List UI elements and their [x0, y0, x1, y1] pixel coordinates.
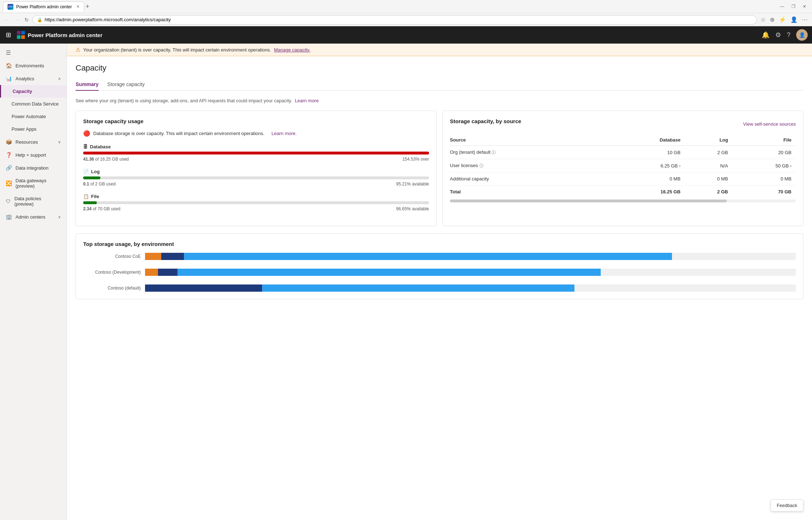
warning-banner: ⚠ Your organization (tenant) is over cap…	[67, 44, 812, 56]
feedback-button[interactable]: Feedback	[771, 499, 803, 511]
sidebar-item-help-support[interactable]: ❓ Help + support	[0, 148, 67, 161]
col-file: File	[732, 134, 796, 146]
user-licenses-log: N/A	[685, 159, 732, 172]
sidebar-item-label: Capacity	[13, 89, 61, 94]
app-body: ☰ 🏠 Environments 📊 Analytics ∧ Capacity …	[0, 44, 812, 520]
browser-toolbar: ← → ↻ 🔒 https://admin.powerplatform.micr…	[0, 13, 812, 26]
chart-bar-bg	[145, 253, 796, 260]
org-tenant-info-icon[interactable]: ⓘ	[492, 150, 496, 154]
window-close-btn[interactable]: ✕	[800, 4, 809, 9]
user-licenses-label: User licenses	[450, 163, 478, 168]
sidebar-item-admin-centers[interactable]: 🏢 Admin centers ∨	[0, 210, 67, 223]
help-icon[interactable]: ?	[787, 31, 790, 39]
favorites-icon[interactable]: ☆	[759, 15, 767, 24]
browser-tab-title: Power Platform admin center	[16, 4, 72, 9]
environments-icon: 🏠	[6, 63, 12, 68]
database-status: 154.53% over	[402, 157, 429, 162]
window-minimize-btn[interactable]: —	[777, 4, 787, 9]
database-stats: 41.36 of 16.25 GB used 154.53% over	[83, 157, 429, 162]
user-licenses-file: 50 GB ›	[732, 159, 796, 172]
user-avatar[interactable]: 👤	[796, 29, 808, 41]
sidebar: ☰ 🏠 Environments 📊 Analytics ∧ Capacity …	[0, 44, 67, 520]
log-used-text: 0.1 of 2 GB used	[83, 181, 116, 187]
browser-new-tab[interactable]: +	[86, 3, 90, 10]
more-icon[interactable]: ⋯	[800, 15, 809, 24]
horizontal-scrollbar[interactable]	[450, 200, 796, 202]
col-database: Database	[606, 134, 685, 146]
sidebar-item-label: Common Data Service	[12, 101, 61, 107]
scrollbar-thumb[interactable]	[450, 200, 727, 202]
view-self-service-link[interactable]: View self-service sources	[743, 121, 796, 127]
tab-storage-capacity[interactable]: Storage capacity	[107, 79, 145, 91]
sidebar-item-capacity[interactable]: Capacity	[0, 85, 67, 98]
chart-row-contoso-default: Contoso (default)	[83, 284, 796, 292]
source-org-tenant: Org (tenant) default ⓘ	[450, 146, 606, 159]
log-bar-container	[83, 176, 429, 179]
browser-titlebar: PP Power Platform admin center ✕ + — ❐ ✕	[0, 0, 812, 13]
refresh-button[interactable]: ↻	[23, 16, 30, 23]
collections-icon[interactable]: ⊕	[768, 15, 776, 24]
org-tenant-log: 2 GB	[685, 146, 732, 159]
sidebar-item-resources[interactable]: 📦 Resources ∨	[0, 135, 67, 148]
extensions-icon[interactable]: ⚡	[777, 15, 788, 24]
app-header: ⊞ Power Platform admin center 🔔 ⚙ ? 👤	[0, 26, 812, 44]
chart-segment-orange	[145, 269, 158, 276]
sidebar-item-environments[interactable]: 🏠 Environments	[0, 59, 67, 72]
waffle-icon[interactable]: ⊞	[4, 30, 13, 40]
cards-row: Storage capacity usage 🔴 Database storag…	[76, 111, 803, 226]
org-tenant-label: Org (tenant) default	[450, 149, 491, 155]
tab-summary[interactable]: Summary	[76, 79, 99, 91]
sidebar-item-data-integration[interactable]: 🔗 Data integration	[0, 161, 67, 174]
sidebar-item-data-gateways[interactable]: 🔀 Data gateways (preview)	[0, 174, 67, 192]
user-licenses-info-icon[interactable]: ⓘ	[479, 163, 483, 168]
manage-capacity-link[interactable]: Manage capacity.	[274, 47, 310, 53]
chart-segment-light-blue	[184, 253, 672, 260]
database-label: Database	[90, 144, 111, 149]
log-stats: 0.1 of 2 GB used 95.21% available	[83, 181, 429, 187]
chart-bar-area	[145, 269, 796, 276]
user-licenses-database: 6.25 GB ›	[606, 159, 685, 172]
chart-row-contoso-development: Contoso (Development)	[83, 269, 796, 276]
log-label: Log	[91, 169, 100, 174]
file-status: 96.65% available	[396, 206, 429, 211]
chart-row-contoso-coe: Contoso CoE	[83, 253, 796, 260]
error-icon: 🔴	[83, 130, 90, 137]
sidebar-item-label: Analytics	[15, 76, 54, 81]
chart-grid: Contoso CoE Contoso (Deve	[83, 253, 796, 292]
admin-centers-chevron-icon: ∨	[58, 215, 61, 219]
browser-tab[interactable]: PP Power Platform admin center ✕	[3, 1, 84, 12]
resources-chevron-icon: ∨	[58, 140, 61, 144]
window-restore-btn[interactable]: ❐	[789, 4, 798, 9]
sidebar-item-data-policies[interactable]: 🛡 Data policies (preview)	[0, 192, 67, 210]
user-licenses-db-chevron-icon[interactable]: ›	[679, 163, 681, 169]
analytics-icon: 📊	[6, 76, 12, 81]
warning-icon: ⚠	[76, 46, 80, 53]
page-content: Capacity Summary Storage capacity See wh…	[67, 56, 812, 314]
sidebar-item-analytics[interactable]: 📊 Analytics ∧	[0, 72, 67, 85]
error-learn-more-link[interactable]: Learn more.	[271, 131, 297, 136]
database-used-text: 41.36 of 16.25 GB used	[83, 157, 129, 162]
profile-icon[interactable]: 👤	[789, 15, 799, 24]
storage-usage-title: Storage capacity usage	[83, 118, 429, 124]
learn-more-link[interactable]: Learn more	[295, 98, 319, 103]
forward-button[interactable]: →	[13, 16, 21, 23]
browser-tab-close[interactable]: ✕	[76, 4, 80, 9]
total-row: Total 16.25 GB 2 GB 70 GB	[450, 185, 796, 198]
sidebar-item-power-automate[interactable]: Power Automate	[0, 110, 67, 123]
chart-segment-light-blue	[262, 284, 574, 292]
chart-title: Top storage usage, by environment	[83, 241, 796, 247]
tabs: Summary Storage capacity	[76, 79, 803, 91]
page-title: Capacity	[76, 63, 803, 73]
user-licenses-file-chevron-icon[interactable]: ›	[790, 163, 791, 169]
sidebar-item-label: Power Automate	[12, 114, 61, 119]
sidebar-item-common-data-service[interactable]: Common Data Service	[0, 98, 67, 110]
file-stats: 2.34 of 70 GB used 96.65% available	[83, 206, 429, 211]
sidebar-collapse-btn[interactable]: ☰	[0, 46, 67, 59]
notification-icon[interactable]: 🔔	[762, 31, 770, 39]
settings-icon[interactable]: ⚙	[775, 31, 781, 39]
back-button[interactable]: ←	[3, 16, 11, 23]
main-content: ⚠ Your organization (tenant) is over cap…	[67, 44, 812, 520]
address-bar[interactable]: 🔒 https://admin.powerplatform.microsoft.…	[32, 15, 757, 24]
sidebar-item-power-apps[interactable]: Power Apps	[0, 123, 67, 135]
org-tenant-database: 10 GB	[606, 146, 685, 159]
